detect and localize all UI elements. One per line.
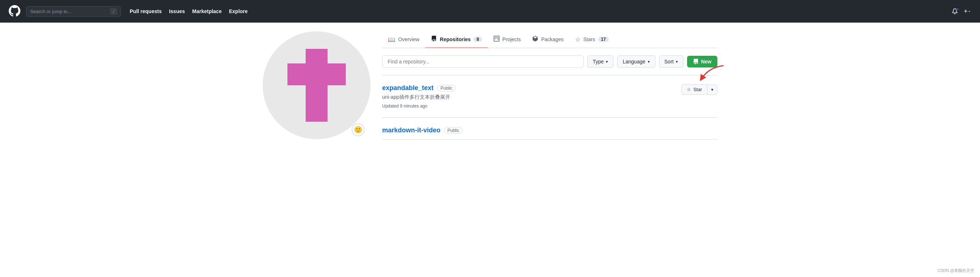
search-kbd: /: [110, 8, 117, 14]
sort-filter-label: Sort: [665, 59, 674, 65]
find-repo-input[interactable]: [382, 56, 584, 68]
notifications-button[interactable]: [952, 8, 958, 14]
github-logo[interactable]: [9, 5, 21, 18]
nav-issues[interactable]: Issues: [169, 8, 185, 14]
stars-icon: ☆: [575, 36, 580, 43]
tab-overview-label: Overview: [398, 37, 419, 42]
repo-name-link[interactable]: expandable_text: [382, 84, 434, 92]
repo-list: expandable_text Public uni-app插件多行文本折叠展开…: [382, 75, 718, 140]
notification-badge: [956, 8, 959, 11]
new-repo-label: New: [701, 59, 711, 65]
nav-explore[interactable]: Explore: [229, 8, 247, 14]
main-container: 🙂 📖 Overview Repositories 8: [257, 22, 723, 148]
profile-tabs: 📖 Overview Repositories 8 Project: [382, 31, 718, 48]
new-repo-button[interactable]: New: [687, 56, 718, 67]
search-placeholder: Search or jump to...: [30, 9, 107, 14]
repo-name-link[interactable]: markdown-it-video: [382, 126, 441, 134]
projects-icon: [494, 36, 500, 43]
repo-name-row: markdown-it-video Public: [382, 126, 718, 134]
sort-filter-button[interactable]: Sort ▾: [659, 56, 684, 68]
star-dropdown-button[interactable]: ▾: [707, 84, 718, 95]
nav-marketplace[interactable]: Marketplace: [192, 8, 222, 14]
packages-icon: [532, 36, 538, 43]
star-label: Star: [693, 87, 702, 92]
repo-item: expandable_text Public uni-app插件多行文本折叠展开…: [382, 75, 718, 118]
content-area: 📖 Overview Repositories 8 Project: [382, 31, 718, 140]
new-btn-wrapper: New: [687, 56, 718, 67]
star-button[interactable]: ☆ Star: [681, 84, 707, 95]
tab-stars[interactable]: ☆ Stars 17: [570, 32, 615, 48]
tab-projects-label: Projects: [503, 37, 521, 42]
tab-projects[interactable]: Projects: [488, 31, 527, 48]
repositories-count: 8: [474, 37, 482, 42]
tab-packages-label: Packages: [541, 37, 563, 42]
repositories-icon: [431, 36, 437, 43]
sort-chevron-icon: ▾: [676, 59, 678, 64]
repo-visibility-badge: Public: [444, 127, 463, 134]
repo-info: expandable_text Public uni-app插件多行文本折叠展开…: [382, 84, 681, 108]
type-chevron-icon: ▾: [606, 59, 608, 64]
sidebar: 🙂: [262, 31, 371, 140]
repo-item: markdown-it-video Public: [382, 118, 718, 140]
nav-pull-requests[interactable]: Pull requests: [130, 8, 162, 14]
repo-updated: Updated 9 minutes ago: [382, 103, 681, 108]
tab-overview[interactable]: 📖 Overview: [382, 32, 425, 48]
stars-count: 17: [598, 37, 609, 42]
navbar: Search or jump to... / Pull requests Iss…: [0, 0, 980, 22]
repo-info: markdown-it-video Public: [382, 126, 718, 136]
tab-stars-label: Stars: [583, 37, 595, 42]
language-filter-button[interactable]: Language ▾: [617, 56, 655, 68]
tab-repositories[interactable]: Repositories 8: [425, 31, 488, 48]
avatar-container: 🙂: [262, 31, 371, 139]
create-new-button[interactable]: +: [964, 8, 971, 15]
type-filter-label: Type: [593, 59, 604, 65]
navbar-actions: +: [952, 8, 971, 15]
main-nav: Pull requests Issues Marketplace Explore: [130, 8, 248, 14]
emoji-badge: 🙂: [352, 123, 365, 136]
star-icon: ☆: [687, 87, 691, 92]
repo-description: uni-app插件多行文本折叠展开: [382, 94, 681, 100]
type-filter-button[interactable]: Type ▾: [587, 56, 614, 68]
language-chevron-icon: ▾: [648, 59, 650, 64]
language-filter-label: Language: [623, 59, 645, 65]
repo-filter-bar: Type ▾ Language ▾ Sort ▾ New: [382, 56, 718, 68]
avatar-image: [288, 49, 346, 122]
repo-name-row: expandable_text Public: [382, 84, 681, 92]
repo-actions: ☆ Star ▾: [681, 84, 718, 95]
tab-repositories-label: Repositories: [440, 37, 471, 42]
search-box[interactable]: Search or jump to... /: [26, 6, 121, 17]
overview-icon: 📖: [388, 36, 395, 43]
repo-visibility-badge: Public: [437, 85, 456, 91]
tab-packages[interactable]: Packages: [527, 31, 569, 48]
